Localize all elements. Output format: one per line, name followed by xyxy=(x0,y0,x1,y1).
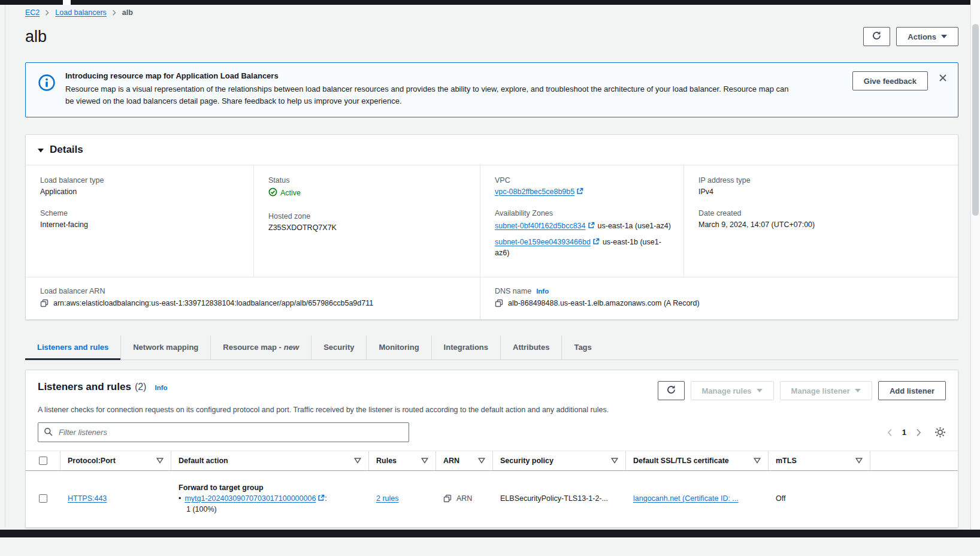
bullet-icon: • xyxy=(179,494,181,503)
column-filter-icon[interactable] xyxy=(421,458,428,464)
column-filter-icon[interactable] xyxy=(855,458,863,464)
vpc-label: VPC xyxy=(495,176,669,185)
tab-resource-map[interactable]: Resource map -new xyxy=(210,336,311,359)
col-protocol-port: Protocol:Port xyxy=(61,451,171,470)
search-icon xyxy=(44,427,53,439)
lb-type-label: Load balancer type xyxy=(40,176,239,185)
tab-monitoring[interactable]: Monitoring xyxy=(366,336,431,359)
breadcrumb-ec2[interactable]: EC2 xyxy=(25,8,40,17)
next-page-icon[interactable] xyxy=(916,428,921,437)
collapse-triangle-icon xyxy=(38,144,44,155)
check-circle-icon xyxy=(268,188,277,198)
banner-body: Resource map is a visual representation … xyxy=(65,83,796,107)
info-icon xyxy=(38,74,56,92)
target-weight: 1 (100%) xyxy=(186,505,217,513)
details-header[interactable]: Details xyxy=(26,135,958,165)
listeners-header: Listeners and rules (2) Info Manage rule… xyxy=(26,381,958,400)
page-title: alb xyxy=(25,28,47,46)
listener-link[interactable]: HTTPS:443 xyxy=(68,494,107,503)
column-filter-icon[interactable] xyxy=(354,458,361,464)
add-listener-button[interactable]: Add listener xyxy=(878,381,946,400)
filler-cell xyxy=(870,471,958,526)
vpc-link[interactable]: vpc-08b2ffbec5ce8b9b5 xyxy=(495,188,574,196)
gear-icon[interactable] xyxy=(934,427,946,438)
ip-type-label: IP address type xyxy=(698,176,943,185)
caret-down-icon xyxy=(941,35,947,38)
column-filter-icon[interactable] xyxy=(156,458,164,464)
filter-listeners-input[interactable] xyxy=(38,422,409,442)
tab-network-mapping[interactable]: Network mapping xyxy=(120,336,210,359)
listeners-table: Protocol:Port Default action Rules ARN xyxy=(26,451,958,526)
dns-name-label: DNS nameInfo xyxy=(495,287,943,295)
bottom-bar xyxy=(0,530,980,537)
give-feedback-button[interactable]: Give feedback xyxy=(852,71,928,90)
col-security-policy: Security policy xyxy=(493,451,626,470)
column-filter-icon[interactable] xyxy=(478,458,485,464)
copy-icon[interactable] xyxy=(443,494,452,503)
actions-button[interactable]: Actions xyxy=(896,27,958,46)
details-grid: Load balancer type Application Scheme In… xyxy=(26,165,958,277)
arn-cell: ARN xyxy=(436,471,493,526)
status-label: Status xyxy=(268,176,465,185)
details-bottom-row: Load balancer ARN arn:aws:elasticloadbal… xyxy=(26,277,958,319)
copy-icon[interactable] xyxy=(40,299,49,307)
lb-arn-cell: Load balancer ARN arn:aws:elasticloadbal… xyxy=(26,277,480,319)
refresh-icon xyxy=(872,31,882,43)
breadcrumb: EC2 Load balancers alb xyxy=(25,8,958,17)
page-header: alb Actions xyxy=(25,27,958,46)
protocol-port-cell: HTTPS:443 xyxy=(61,471,171,526)
mtls-cell: Off xyxy=(769,471,870,526)
details-col-2: Status Active Hosted zone Z35SXDOTRQ7X7K xyxy=(253,165,480,277)
ip-type-value: IPv4 xyxy=(698,188,943,196)
target-group-link[interactable]: mytg1-20240309070703017100000006 xyxy=(184,494,316,503)
rules-cell: 2 rules xyxy=(369,471,436,526)
dns-info-link[interactable]: Info xyxy=(536,288,549,295)
listeners-actions: Manage rules Manage listener Add listene… xyxy=(658,381,946,400)
tab-integrations[interactable]: Integrations xyxy=(431,336,500,359)
subnet-link[interactable]: subnet-0e159ee04393466bd xyxy=(495,238,591,246)
below-bottom-bar xyxy=(0,537,980,556)
column-filter-icon[interactable] xyxy=(754,458,761,464)
refresh-button[interactable] xyxy=(658,381,685,400)
listeners-count: (2) xyxy=(135,382,147,392)
dns-name-cell: DNS nameInfo alb-868498488.us-east-1.elb… xyxy=(480,277,958,319)
row-checkbox[interactable] xyxy=(39,494,47,503)
tab-listeners-and-rules[interactable]: Listeners and rules xyxy=(25,336,120,359)
new-badge: new xyxy=(284,343,299,352)
refresh-icon xyxy=(666,385,676,397)
manage-rules-button[interactable]: Manage rules xyxy=(691,381,774,400)
manage-listener-button[interactable]: Manage listener xyxy=(780,381,872,400)
subnet-link[interactable]: subnet-0bf40f162d5bcc834 xyxy=(495,222,586,230)
scrollbar-thumb[interactable] xyxy=(972,24,979,216)
select-all-checkbox[interactable] xyxy=(39,457,47,465)
caret-down-icon xyxy=(855,389,861,392)
tab-attributes[interactable]: Attributes xyxy=(500,336,561,359)
date-created-label: Date created xyxy=(698,209,943,217)
refresh-button[interactable] xyxy=(863,27,890,46)
column-filter-icon[interactable] xyxy=(611,458,618,464)
vertical-scrollbar xyxy=(970,0,980,530)
tab-tags[interactable]: Tags xyxy=(561,336,603,359)
page-number[interactable]: 1 xyxy=(902,428,906,437)
tab-security[interactable]: Security xyxy=(311,336,366,359)
listeners-info-link[interactable]: Info xyxy=(155,384,167,391)
page-actions: Actions xyxy=(863,27,958,46)
certificate-link[interactable]: langocanh.net (Certificate ID: ... xyxy=(633,494,739,503)
breadcrumb-load-balancers[interactable]: Load balancers xyxy=(55,8,106,17)
close-icon[interactable] xyxy=(939,74,947,82)
arn-text: ARN xyxy=(456,494,472,503)
rules-link[interactable]: 2 rules xyxy=(376,494,399,503)
filter-listeners-box xyxy=(38,422,409,442)
col-rules: Rules xyxy=(369,451,436,470)
col-filler xyxy=(870,451,958,470)
detail-tabs: Listeners and rules Network mapping Reso… xyxy=(25,336,958,360)
hosted-zone-label: Hosted zone xyxy=(268,212,465,220)
date-created-value: March 9, 2024, 14:07 (UTC+07:00) xyxy=(698,220,943,229)
copy-icon[interactable] xyxy=(495,299,503,307)
side-nav-edge xyxy=(5,5,5,527)
details-col-1: Load balancer type Application Scheme In… xyxy=(26,165,253,277)
status-text: Active xyxy=(280,189,301,197)
filter-row: 1 xyxy=(26,422,958,442)
previous-page-icon[interactable] xyxy=(887,428,893,437)
col-default-action: Default action xyxy=(171,451,369,470)
